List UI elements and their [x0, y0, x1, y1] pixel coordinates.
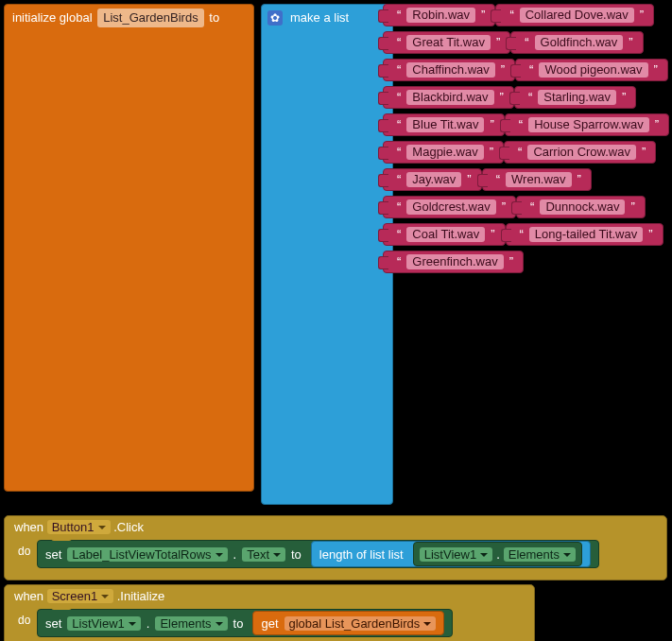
quote-icon: ” [467, 169, 471, 190]
event-component-dd[interactable]: Screen1 [47, 589, 113, 603]
setter-prop-dd[interactable]: Text [242, 547, 285, 562]
string-value[interactable]: Blackbird.wav [406, 90, 493, 105]
string-value[interactable]: House Sparrow.wav [528, 117, 649, 132]
string-value[interactable]: Long-tailed Tit.wav [529, 227, 643, 242]
string-value[interactable]: Greenfinch.wav [406, 254, 503, 269]
global-var-declaration[interactable]: initialize global List_GardenBirds to [4, 4, 254, 492]
string-value[interactable]: Starling.wav [538, 90, 616, 105]
quote-icon: “ [509, 5, 513, 26]
string-literal-block[interactable]: “Greenfinch.wav” [383, 251, 524, 273]
quote-icon: “ [397, 197, 401, 217]
string-literal-block[interactable]: “Coal Tit.wav” [383, 223, 506, 246]
quote-icon: “ [520, 224, 524, 245]
string-value[interactable]: Coal Tit.wav [406, 227, 485, 242]
string-value[interactable]: Goldcrest.wav [406, 199, 495, 215]
quote-icon: “ [397, 5, 401, 26]
keyword-do: do [18, 614, 30, 627]
quote-icon: “ [519, 114, 523, 135]
event-component-dd[interactable]: Button1 [47, 520, 111, 534]
setter-component-dd[interactable]: Label_ListViewTotalRows [67, 547, 227, 562]
gear-icon[interactable]: ✿ [267, 10, 283, 26]
string-value[interactable]: Jay.wav [406, 172, 461, 187]
event-screen1-initialize[interactable]: when Screen1 .Initialize do set ListView… [4, 584, 535, 641]
string-literal-block[interactable]: “Goldfinch.wav” [510, 31, 643, 54]
quote-icon: ” [490, 142, 493, 163]
keyword-set: set [45, 547, 61, 562]
keyword-when: when [14, 589, 43, 603]
string-literal-block[interactable]: “Collared Dove.wav” [495, 4, 654, 26]
string-value[interactable]: Chaffinch.wav [406, 62, 494, 78]
string-literal-block[interactable]: “Jay.wav” [383, 168, 482, 191]
set-label-text-block[interactable]: set Label_ListViewTotalRows . Text to le… [37, 540, 599, 568]
string-value[interactable]: Collared Dove.wav [520, 8, 634, 23]
length-of-list-block[interactable]: length of list list ListView1 . Elements [311, 541, 591, 567]
quote-icon: “ [525, 32, 528, 53]
quote-icon: “ [397, 114, 401, 135]
event-name: .Click [113, 520, 144, 534]
getter-component-dd[interactable]: ListView1 [420, 547, 492, 562]
keyword-get: get [261, 616, 278, 631]
get-var-dd[interactable]: global List_GardenBirds [284, 616, 437, 631]
make-a-list-block[interactable]: ✿ make a list [261, 4, 393, 505]
keyword-set: set [45, 616, 61, 631]
string-value[interactable]: Wood pigeon.wav [539, 62, 647, 78]
string-value[interactable]: Goldfinch.wav [535, 35, 624, 50]
var-name-field[interactable]: List_GardenBirds [97, 9, 203, 27]
set-listview-elements-block[interactable]: set ListView1 . Elements to get global L… [37, 609, 453, 637]
length-label: length of list list [319, 547, 404, 562]
quote-icon: “ [397, 224, 401, 245]
quote-icon: ” [629, 32, 632, 53]
string-items-column: “Robin.wav”“Collared Dove.wav”“Great Tit… [383, 4, 672, 278]
string-literal-block[interactable]: “Robin.wav” [383, 4, 495, 26]
string-literal-block[interactable]: “House Sparrow.wav” [505, 113, 669, 136]
quote-icon: “ [528, 87, 532, 108]
event-button1-click[interactable]: when Button1 .Click do set Label_ListVie… [4, 515, 667, 580]
quote-icon: ” [481, 5, 485, 26]
quote-icon: “ [530, 197, 534, 217]
quote-icon: ” [642, 142, 646, 163]
string-value[interactable]: Carrion Crow.wav [527, 145, 636, 160]
quote-icon: “ [518, 142, 522, 163]
get-global-var-block[interactable]: get global List_GardenBirds [252, 611, 444, 635]
quote-icon: ” [648, 224, 652, 245]
listview-elements-getter[interactable]: ListView1 . Elements [413, 542, 582, 566]
string-literal-block[interactable]: “Magpie.wav” [383, 141, 504, 164]
string-literal-block[interactable]: “Blackbird.wav” [383, 86, 514, 109]
quote-icon: “ [397, 251, 401, 272]
quote-icon: ” [630, 197, 634, 217]
quote-icon: ” [654, 60, 658, 80]
keyword-to: to [233, 616, 244, 631]
string-literal-block[interactable]: “Dunnock.wav” [516, 196, 646, 218]
quote-icon: “ [529, 60, 533, 80]
setter-component-dd[interactable]: ListView1 [67, 616, 140, 631]
quote-icon: ” [491, 224, 494, 245]
string-value[interactable]: Dunnock.wav [540, 199, 625, 215]
string-literal-block[interactable]: “Wood pigeon.wav” [515, 59, 668, 81]
string-value[interactable]: Robin.wav [406, 8, 475, 23]
string-literal-block[interactable]: “Starling.wav” [514, 86, 637, 109]
string-literal-block[interactable]: “Carrion Crow.wav” [504, 141, 656, 164]
string-literal-block[interactable]: “Chaffinch.wav” [383, 59, 515, 81]
string-literal-block[interactable]: “Goldcrest.wav” [383, 196, 516, 218]
quote-icon: ” [496, 32, 500, 53]
string-value[interactable]: Wren.wav [506, 172, 572, 187]
string-value[interactable]: Magpie.wav [406, 145, 483, 160]
getter-prop-dd[interactable]: Elements [504, 547, 576, 562]
quote-icon: ” [500, 87, 504, 108]
event-name: .Initialize [117, 589, 165, 603]
string-value[interactable]: Great Tit.wav [406, 35, 491, 50]
quote-icon: “ [397, 60, 401, 80]
keyword-initialize-global: initialize global [12, 10, 93, 25]
string-literal-block[interactable]: “Wren.wav” [482, 168, 592, 191]
string-literal-block[interactable]: “Blue Tit.wav” [383, 113, 505, 136]
keyword-to: to [209, 10, 219, 25]
string-literal-block[interactable]: “Great Tit.wav” [383, 31, 510, 54]
quote-icon: “ [397, 32, 401, 53]
string-literal-block[interactable]: “Long-tailed Tit.wav” [506, 223, 663, 246]
string-value[interactable]: Blue Tit.wav [406, 117, 484, 132]
keyword-to: to [291, 547, 302, 562]
setter-prop-dd[interactable]: Elements [155, 616, 227, 631]
quote-icon: ” [490, 114, 493, 135]
dot: . [233, 547, 237, 562]
quote-icon: ” [655, 114, 659, 135]
